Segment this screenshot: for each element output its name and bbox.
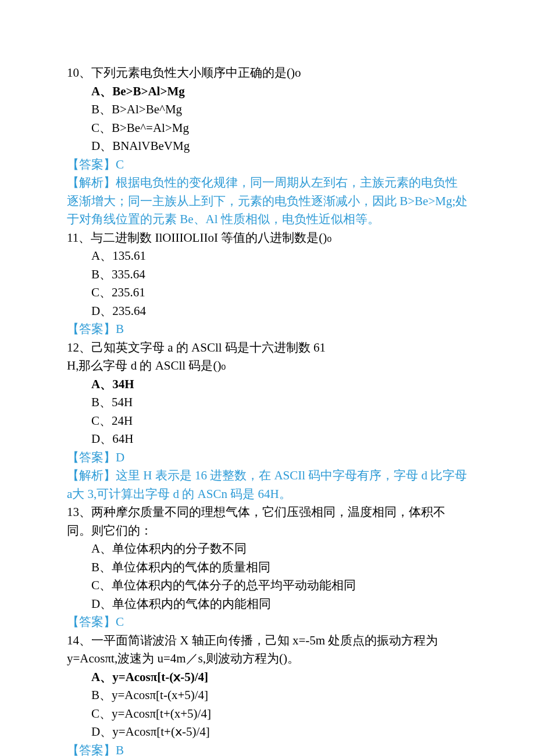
q11-answer-value: B <box>116 322 124 336</box>
q12-optA: A、34H <box>91 377 134 391</box>
q14-answer: B <box>67 741 468 757</box>
q14-answer-value: B <box>116 743 124 757</box>
q13-optC: C、单位体积内的气体分子的总平均平动动能相同 <box>67 576 468 595</box>
q13-optD: D、单位体积内的气体的内能相同 <box>67 595 468 614</box>
q12-explanation: 这里 H 表示是 16 进整数，在 ASCIl 码中字母有序，字母 d 比字母 … <box>67 467 468 503</box>
q10-optA: A、Be>B>Al>Mg <box>91 84 185 98</box>
q10-optB: B、B>Al>Be^Mg <box>67 101 468 119</box>
q14-stem-line1: 14、一平面简谐波沿 X 轴正向传播，己知 x=-5m 处质点的振动方程为 <box>67 632 468 650</box>
q14-optC: C、y=Acosπ[t+(x+5)/4] <box>67 705 468 723</box>
q11-optD: D、235.64 <box>67 302 468 321</box>
q14-optB: B、y=Acosπ[t-(x+5)/4] <box>67 686 468 705</box>
q11-optB: B、335.64 <box>67 266 468 284</box>
q10-answer-value: C <box>116 157 124 171</box>
document-page: 10、下列元素电负性大小顺序中正确的是()o A、Be>B>Al>Mg B、B>… <box>0 0 535 756</box>
q12-optC: C、24H <box>67 412 468 431</box>
q10-explanation: 根据电负性的变化规律，同一周期从左到右，主族元素的电负性逐渐增大；同一主族从上到… <box>67 174 468 229</box>
q12-answer-value: D <box>116 450 124 464</box>
q10-optC: C、B>Be^=Al>Mg <box>67 119 468 138</box>
q14-optA: A、y=Acosπ[t-(ⅹ-5)/4] <box>91 670 208 684</box>
q12-optD: D、64H <box>67 430 468 449</box>
q12-stem-line1: 12、己知英文字母 a 的 ASCll 码是十六进制数 61 <box>67 339 468 357</box>
q10-explanation-text: 根据电负性的变化规律，同一周期从左到右，主族元素的电负性逐渐增大；同一主族从上到… <box>67 175 468 226</box>
q13-answer: C <box>67 613 468 632</box>
q12-explanation-text: 这里 H 表示是 16 进整数，在 ASCIl 码中字母有序，字母 d 比字母 … <box>67 468 467 501</box>
q13-optA: A、单位体积内的分子数不同 <box>67 540 468 558</box>
q10-optD: D、BNAlVBeVMg <box>67 137 468 156</box>
q14-stem-line2: y=Acosπt,波速为 u=4m／s,则波动方程为()。 <box>67 650 468 668</box>
q12-stem-line2: H,那么字母 d 的 ASCll 码是()₀ <box>67 357 468 375</box>
q12-optB: B、54H <box>67 393 468 412</box>
q10-answer: C <box>67 156 468 174</box>
q11-optC: C、235.61 <box>67 284 468 302</box>
q14-optD: D、y=Acosπ[t+(ⅹ-5)/4] <box>67 723 468 741</box>
q12-answer: D <box>67 449 468 467</box>
q11-stem: 11、与二进制数 IlOIIIOLIIoI 等值的八进制数是()₀ <box>67 229 468 248</box>
q10-stem: 10、下列元素电负性大小顺序中正确的是()o <box>67 64 468 83</box>
q11-answer: B <box>67 320 468 339</box>
q13-answer-value: C <box>116 615 124 629</box>
q11-optA: A、135.61 <box>67 247 468 266</box>
q13-optB: B、单位体积内的气体的质量相同 <box>67 558 468 577</box>
q13-stem: 13、两种摩尔质量不同的理想气体，它们压强相同，温度相同，体积不同。则它们的： <box>67 503 468 540</box>
